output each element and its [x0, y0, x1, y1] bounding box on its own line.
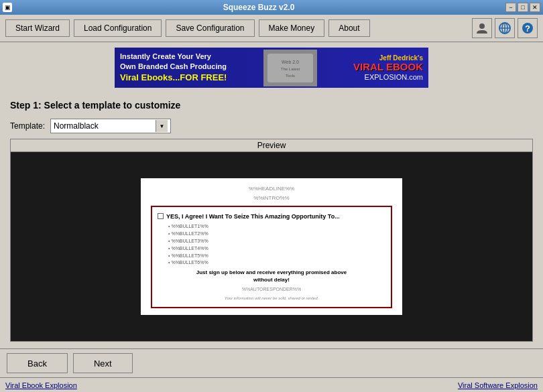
about-button[interactable]: About	[328, 19, 369, 37]
preview-bullet-1: %%BULLET1%%	[168, 223, 385, 230]
svg-text:?: ?	[525, 23, 530, 34]
preview-bullet-5: %%BULLET5%%	[168, 253, 385, 259]
preview-panel: Preview %%HEADLINE%% %%INTRO%% YES, I Ag…	[10, 139, 533, 342]
step-title: Step 1: Select a template to customize	[10, 100, 533, 111]
close-button[interactable]: ✕	[530, 3, 540, 12]
template-label: Template:	[10, 121, 45, 131]
preview-privacy: Your information will never be sold, sha…	[158, 296, 385, 301]
globe-icon-button[interactable]	[495, 18, 515, 38]
toolbar: Start Wizard Load Configuration Save Con…	[0, 15, 543, 42]
status-bar: Viral Ebook Explosion Viral Software Exp…	[0, 377, 543, 392]
preview-bullet-3: %%BULLET3%%	[168, 238, 385, 245]
preview-signup-text: Just sign up below and receive everythin…	[158, 269, 385, 283]
dropdown-arrow: ▼	[156, 120, 168, 132]
back-button[interactable]: Back	[7, 353, 68, 373]
preview-bullets: %%BULLET1%% %%BULLET2%% %%BULLET3%% %%BU…	[168, 223, 385, 266]
svg-point-0	[479, 23, 485, 29]
preview-header: Preview	[11, 139, 532, 152]
template-row: Template: Normalblack ▼	[10, 119, 533, 133]
title-bar-controls[interactable]: − □ ✕	[505, 3, 540, 12]
bottom-bar: Back Next	[0, 348, 543, 377]
start-wizard-button[interactable]: Start Wizard	[5, 19, 70, 37]
load-config-button[interactable]: Load Configuration	[74, 19, 162, 37]
help-icon-button[interactable]: ?	[518, 18, 538, 38]
app-icon: ▣	[3, 3, 12, 12]
template-dropdown[interactable]: Normalblack ▼	[50, 119, 171, 133]
user-icon-button[interactable]	[472, 18, 492, 38]
viral-software-link[interactable]: Viral Software Explosion	[458, 381, 538, 389]
svg-text:Web 2.0: Web 2.0	[282, 60, 299, 64]
title-bar-left: ▣	[3, 3, 12, 12]
toolbar-icon-group: ?	[472, 18, 538, 38]
preview-inner: %%HEADLINE%% %%INTRO%% YES, I Agree! I W…	[141, 178, 402, 314]
minimize-button[interactable]: −	[505, 3, 516, 12]
preview-bullet-6: %%BULLET6%%	[168, 259, 385, 266]
preview-checkbox	[158, 213, 164, 219]
preview-bullet-2: %%BULLET2%%	[168, 231, 385, 237]
preview-headline: %%HEADLINE%%	[147, 185, 396, 192]
banner-area: Instantly Create Your Very Own Branded C…	[0, 42, 543, 93]
banner-image: Web 2.0 The Latest Tools	[263, 50, 317, 86]
make-money-button[interactable]: Make Money	[259, 19, 325, 37]
preview-body: %%HEADLINE%% %%INTRO%% YES, I Agree! I W…	[11, 152, 532, 341]
preview-agree-text: YES, I Agree! I Want To Seize This Amazi…	[166, 212, 340, 221]
banner-right-text: Jeff Dedrick's VIRAL EBOOK EXPLOSION.com	[353, 54, 423, 81]
save-config-button[interactable]: Save Configuration	[166, 19, 254, 37]
maximize-button[interactable]: □	[518, 3, 528, 12]
preview-agree-line: YES, I Agree! I Want To Seize This Amazi…	[158, 212, 385, 221]
banner[interactable]: Instantly Create Your Very Own Branded C…	[115, 48, 428, 88]
preview-autoresponder: %%AUTORESPONDER%%	[158, 286, 385, 293]
preview-box: YES, I Agree! I Want To Seize This Amazi…	[151, 206, 392, 308]
title-bar: ▣ Squeeze Buzz v2.0 − □ ✕	[0, 0, 543, 15]
template-value: Normalblack	[54, 121, 156, 131]
svg-text:The Latest: The Latest	[281, 67, 300, 71]
main-content: Step 1: Select a template to customize T…	[0, 93, 543, 348]
banner-left-text: Instantly Create Your Very Own Branded C…	[120, 52, 227, 84]
title-bar-text: Squeeze Buzz v2.0	[12, 3, 505, 12]
svg-text:Tools: Tools	[286, 74, 295, 78]
preview-bullet-4: %%BULLET4%%	[168, 245, 385, 252]
next-button[interactable]: Next	[73, 353, 133, 373]
preview-subheadline: %%INTRO%%	[147, 194, 396, 202]
viral-ebook-link[interactable]: Viral Ebook Explosion	[5, 381, 77, 389]
